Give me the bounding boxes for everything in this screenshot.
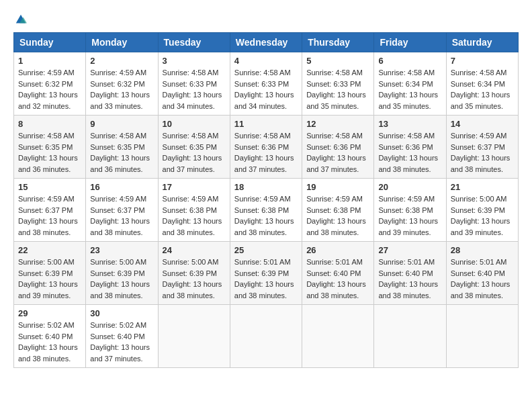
daylight-label: Daylight: 13 hours and 38 minutes. xyxy=(306,217,366,236)
sunset-label: Sunset: 6:33 PM xyxy=(306,80,361,88)
day-number: 17 xyxy=(163,182,226,192)
sunrise-label: Sunrise: 5:02 AM xyxy=(90,321,146,329)
sunrise-label: Sunrise: 4:59 AM xyxy=(234,195,291,203)
calendar-cell: 28 Sunrise: 5:01 AM Sunset: 6:40 PM Dayl… xyxy=(446,242,518,305)
daylight-label: Daylight: 13 hours and 38 minutes. xyxy=(163,280,222,300)
column-header-sunday: Sunday xyxy=(14,33,86,52)
calendar-cell: 24 Sunrise: 5:00 AM Sunset: 6:39 PM Dayl… xyxy=(158,242,230,305)
day-info: Sunrise: 5:00 AM Sunset: 6:39 PM Dayligh… xyxy=(451,193,514,238)
daylight-label: Daylight: 13 hours and 38 minutes. xyxy=(451,280,511,300)
day-info: Sunrise: 4:58 AM Sunset: 6:36 PM Dayligh… xyxy=(234,130,298,175)
daylight-label: Daylight: 13 hours and 37 minutes. xyxy=(306,154,366,173)
day-number: 1 xyxy=(18,56,81,66)
day-number: 8 xyxy=(18,119,81,129)
day-number: 26 xyxy=(306,245,369,255)
daylight-label: Daylight: 13 hours and 37 minutes. xyxy=(163,154,222,173)
sunrise-label: Sunrise: 5:00 AM xyxy=(451,195,507,203)
day-info: Sunrise: 4:59 AM Sunset: 6:37 PM Dayligh… xyxy=(90,193,153,238)
sunset-label: Sunset: 6:40 PM xyxy=(378,269,433,277)
calendar-cell xyxy=(302,305,374,368)
calendar-table: SundayMondayTuesdayWednesdayThursdayFrid… xyxy=(13,32,519,368)
day-number: 11 xyxy=(234,119,298,129)
day-number: 12 xyxy=(306,119,369,129)
calendar-cell xyxy=(158,305,230,368)
calendar-cell: 19 Sunrise: 4:59 AM Sunset: 6:38 PM Dayl… xyxy=(302,179,374,242)
sunrise-label: Sunrise: 5:01 AM xyxy=(306,258,363,266)
day-info: Sunrise: 5:00 AM Sunset: 6:39 PM Dayligh… xyxy=(90,257,153,301)
daylight-label: Daylight: 13 hours and 38 minutes. xyxy=(306,280,366,300)
day-number: 16 xyxy=(90,182,153,192)
day-info: Sunrise: 4:58 AM Sunset: 6:34 PM Dayligh… xyxy=(378,67,441,111)
calendar-week-3: 15 Sunrise: 4:59 AM Sunset: 6:37 PM Dayl… xyxy=(14,179,519,242)
sunset-label: Sunset: 6:33 PM xyxy=(234,80,289,88)
sunset-label: Sunset: 6:40 PM xyxy=(18,332,73,340)
day-info: Sunrise: 5:01 AM Sunset: 6:40 PM Dayligh… xyxy=(378,257,441,301)
sunset-label: Sunset: 6:38 PM xyxy=(234,206,289,214)
day-info: Sunrise: 4:59 AM Sunset: 6:38 PM Dayligh… xyxy=(378,193,441,238)
calendar-cell: 25 Sunrise: 5:01 AM Sunset: 6:39 PM Dayl… xyxy=(230,242,302,305)
day-number: 5 xyxy=(306,56,369,66)
sunset-label: Sunset: 6:39 PM xyxy=(90,269,144,277)
day-number: 20 xyxy=(378,182,441,192)
daylight-label: Daylight: 13 hours and 37 minutes. xyxy=(90,343,150,363)
calendar-cell: 15 Sunrise: 4:59 AM Sunset: 6:37 PM Dayl… xyxy=(14,179,86,242)
day-info: Sunrise: 4:59 AM Sunset: 6:38 PM Dayligh… xyxy=(306,193,369,238)
calendar-cell: 16 Sunrise: 4:59 AM Sunset: 6:37 PM Dayl… xyxy=(86,179,158,242)
day-info: Sunrise: 5:00 AM Sunset: 6:39 PM Dayligh… xyxy=(18,257,81,301)
day-number: 28 xyxy=(451,245,514,255)
sunset-label: Sunset: 6:39 PM xyxy=(234,269,289,277)
sunrise-label: Sunrise: 4:59 AM xyxy=(306,195,363,203)
sunset-label: Sunset: 6:39 PM xyxy=(451,206,505,214)
daylight-label: Daylight: 13 hours and 36 minutes. xyxy=(18,154,78,173)
daylight-label: Daylight: 13 hours and 35 minutes. xyxy=(306,91,366,110)
day-info: Sunrise: 4:58 AM Sunset: 6:36 PM Dayligh… xyxy=(378,130,441,175)
day-info: Sunrise: 4:58 AM Sunset: 6:33 PM Dayligh… xyxy=(234,67,298,111)
sunset-label: Sunset: 6:35 PM xyxy=(90,143,144,151)
sunset-label: Sunset: 6:37 PM xyxy=(451,143,505,151)
daylight-label: Daylight: 13 hours and 38 minutes. xyxy=(378,280,438,300)
sunset-label: Sunset: 6:38 PM xyxy=(306,206,361,214)
day-number: 19 xyxy=(306,182,369,192)
sunset-label: Sunset: 6:39 PM xyxy=(18,269,73,277)
sunrise-label: Sunrise: 5:00 AM xyxy=(90,258,146,266)
calendar-cell: 10 Sunrise: 4:58 AM Sunset: 6:35 PM Dayl… xyxy=(158,116,230,179)
day-info: Sunrise: 5:02 AM Sunset: 6:40 PM Dayligh… xyxy=(90,320,153,364)
logo-icon xyxy=(15,13,27,26)
day-number: 29 xyxy=(18,308,81,318)
sunset-label: Sunset: 6:32 PM xyxy=(18,80,73,88)
calendar-cell: 7 Sunrise: 4:58 AM Sunset: 6:34 PM Dayli… xyxy=(446,52,518,116)
column-header-saturday: Saturday xyxy=(446,33,518,52)
calendar-cell: 11 Sunrise: 4:58 AM Sunset: 6:36 PM Dayl… xyxy=(230,116,302,179)
calendar-cell: 6 Sunrise: 4:58 AM Sunset: 6:34 PM Dayli… xyxy=(374,52,446,116)
sunrise-label: Sunrise: 4:58 AM xyxy=(234,132,291,140)
day-info: Sunrise: 5:01 AM Sunset: 6:39 PM Dayligh… xyxy=(234,257,298,301)
day-number: 2 xyxy=(90,56,153,66)
sunrise-label: Sunrise: 4:59 AM xyxy=(451,132,507,140)
calendar-cell: 27 Sunrise: 5:01 AM Sunset: 6:40 PM Dayl… xyxy=(374,242,446,305)
sunrise-label: Sunrise: 4:59 AM xyxy=(90,68,146,77)
sunset-label: Sunset: 6:36 PM xyxy=(378,143,433,151)
sunrise-label: Sunrise: 4:59 AM xyxy=(378,195,435,203)
column-header-wednesday: Wednesday xyxy=(230,33,302,52)
daylight-label: Daylight: 13 hours and 38 minutes. xyxy=(234,217,294,236)
day-info: Sunrise: 4:58 AM Sunset: 6:36 PM Dayligh… xyxy=(306,130,369,175)
daylight-label: Daylight: 13 hours and 39 minutes. xyxy=(378,217,438,236)
calendar-week-1: 1 Sunrise: 4:59 AM Sunset: 6:32 PM Dayli… xyxy=(14,52,519,116)
day-number: 23 xyxy=(90,245,153,255)
calendar-cell: 30 Sunrise: 5:02 AM Sunset: 6:40 PM Dayl… xyxy=(86,305,158,368)
day-number: 22 xyxy=(18,245,81,255)
day-number: 10 xyxy=(163,119,226,129)
sunrise-label: Sunrise: 4:58 AM xyxy=(306,68,363,77)
calendar-cell: 13 Sunrise: 4:58 AM Sunset: 6:36 PM Dayl… xyxy=(374,116,446,179)
sunrise-label: Sunrise: 4:58 AM xyxy=(378,132,435,140)
daylight-label: Daylight: 13 hours and 39 minutes. xyxy=(451,217,511,236)
calendar-cell: 14 Sunrise: 4:59 AM Sunset: 6:37 PM Dayl… xyxy=(446,116,518,179)
daylight-label: Daylight: 13 hours and 38 minutes. xyxy=(90,280,150,300)
sunrise-label: Sunrise: 4:58 AM xyxy=(90,132,146,140)
sunrise-label: Sunrise: 5:00 AM xyxy=(163,258,219,266)
calendar-cell: 21 Sunrise: 5:00 AM Sunset: 6:39 PM Dayl… xyxy=(446,179,518,242)
day-info: Sunrise: 5:01 AM Sunset: 6:40 PM Dayligh… xyxy=(451,257,514,301)
day-number: 3 xyxy=(163,56,226,66)
calendar-cell: 4 Sunrise: 4:58 AM Sunset: 6:33 PM Dayli… xyxy=(230,52,302,116)
calendar-cell: 5 Sunrise: 4:58 AM Sunset: 6:33 PM Dayli… xyxy=(302,52,374,116)
